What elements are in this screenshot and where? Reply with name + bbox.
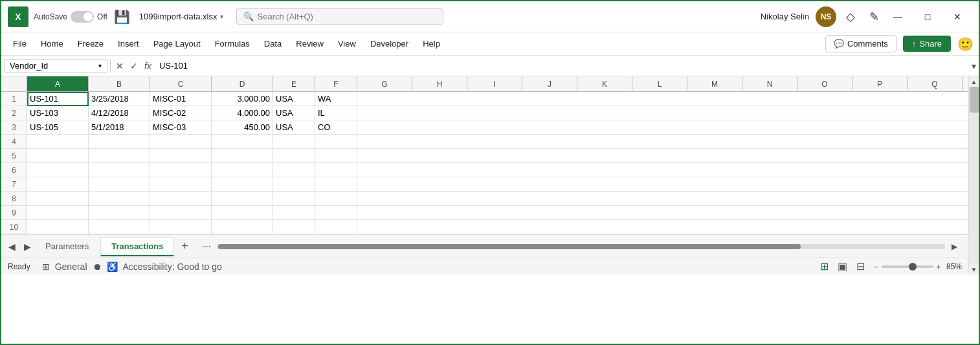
cell-b3[interactable]: 5/1/2018 [89, 120, 150, 135]
page-break-view-icon[interactable]: ⊟ [853, 259, 869, 274]
col-header-q[interactable]: Q [908, 76, 963, 91]
col-header-p[interactable]: P [852, 76, 908, 91]
cell-c5[interactable] [150, 149, 212, 163]
cell-b10[interactable] [89, 220, 150, 234]
cell-f1[interactable]: WA [315, 92, 357, 106]
vertical-scrollbar[interactable]: ▲ ▼ [968, 76, 979, 274]
cell-e9[interactable] [273, 206, 315, 220]
cell-a2[interactable]: US-103 [27, 106, 89, 120]
cell-g7-rest[interactable] [357, 177, 968, 192]
cell-e7[interactable] [273, 177, 315, 192]
cell-b1[interactable]: 3/25/2018 [89, 92, 150, 106]
cell-e5[interactable] [273, 149, 315, 163]
menu-insert[interactable]: Insert [111, 36, 146, 51]
menu-review[interactable]: Review [289, 36, 330, 51]
col-header-m[interactable]: M [687, 76, 742, 91]
cell-c2[interactable]: MISC-02 [150, 106, 212, 120]
cell-f3[interactable]: CO [315, 120, 357, 135]
tab-more-button[interactable]: ⋯ [199, 239, 214, 254]
col-header-a[interactable]: A [27, 76, 89, 91]
cancel-formula-icon[interactable]: ✕ [113, 60, 126, 72]
horizontal-scrollbar-thumb[interactable] [218, 244, 801, 249]
cell-b8[interactable] [89, 192, 150, 206]
cell-a10[interactable] [27, 220, 89, 234]
cell-f6[interactable] [315, 163, 357, 177]
col-header-e[interactable]: E [273, 76, 315, 91]
cell-c7[interactable] [150, 177, 212, 192]
cell-d2[interactable]: 4,000.00 [212, 106, 273, 120]
tab-nav-right[interactable]: ▶ [19, 239, 35, 254]
cell-g8-rest[interactable] [357, 192, 968, 206]
zoom-plus-button[interactable]: + [936, 262, 941, 272]
scroll-up-button[interactable]: ▲ [969, 76, 979, 87]
menu-help[interactable]: Help [416, 36, 447, 51]
col-header-l[interactable]: L [632, 76, 687, 91]
scroll-thumb[interactable] [970, 87, 979, 113]
cell-c3[interactable]: MISC-03 [150, 120, 212, 135]
cell-a8[interactable] [27, 192, 89, 206]
cell-g2-rest[interactable] [357, 106, 968, 120]
menu-data[interactable]: Data [258, 36, 288, 51]
autosave-toggle[interactable] [71, 11, 94, 23]
cell-g4-rest[interactable] [357, 135, 968, 149]
zoom-slider-thumb[interactable] [909, 263, 917, 271]
cell-c8[interactable] [150, 192, 212, 206]
cell-d4[interactable] [212, 135, 273, 149]
cell-e3[interactable]: USA [273, 120, 315, 135]
cell-a5[interactable] [27, 149, 89, 163]
formula-input[interactable] [155, 60, 969, 72]
scroll-track[interactable] [969, 87, 979, 264]
cell-a7[interactable] [27, 177, 89, 192]
col-header-h[interactable]: H [412, 76, 467, 91]
comments-button[interactable]: 💬 Comments [825, 35, 896, 52]
cell-d7[interactable] [212, 177, 273, 192]
cell-f2[interactable]: IL [315, 106, 357, 120]
cell-d10[interactable] [212, 220, 273, 234]
cell-d5[interactable] [212, 149, 273, 163]
menu-formulas[interactable]: Formulas [208, 36, 256, 51]
cell-e1[interactable]: USA [273, 92, 315, 106]
cell-e6[interactable] [273, 163, 315, 177]
tab-parameters[interactable]: Parameters [35, 238, 99, 255]
menu-freeze[interactable]: Freeze [71, 36, 110, 51]
cell-c10[interactable] [150, 220, 212, 234]
zoom-minus-button[interactable]: − [874, 262, 879, 272]
cell-a4[interactable] [27, 135, 89, 149]
cell-b9[interactable] [89, 206, 150, 220]
cell-d8[interactable] [212, 192, 273, 206]
emoji-button[interactable]: 🙂 [957, 36, 974, 52]
tab-transactions[interactable]: Transactions [100, 237, 174, 256]
cell-g3-rest[interactable] [357, 120, 968, 135]
cell-f9[interactable] [315, 206, 357, 220]
filename-area[interactable]: 1099import-data.xlsx ▾ [139, 12, 223, 21]
grid-view-icon[interactable]: ⊞ [817, 259, 832, 274]
col-header-k[interactable]: K [577, 76, 632, 91]
cell-f10[interactable] [315, 220, 357, 234]
cell-f5[interactable] [315, 149, 357, 163]
cell-e10[interactable] [273, 220, 315, 234]
cell-e2[interactable]: USA [273, 106, 315, 120]
cell-f4[interactable] [315, 135, 357, 149]
cell-g5-rest[interactable] [357, 149, 968, 163]
cell-e8[interactable] [273, 192, 315, 206]
cell-a9[interactable] [27, 206, 89, 220]
cell-c4[interactable] [150, 135, 212, 149]
cell-a1[interactable]: US-101 [27, 92, 89, 106]
horizontal-scrollbar[interactable] [217, 244, 945, 249]
cell-f7[interactable] [315, 177, 357, 192]
col-header-f[interactable]: F [315, 76, 357, 91]
cell-d1[interactable]: 3,000.00 [212, 92, 273, 106]
close-button[interactable]: ✕ [942, 6, 972, 27]
cell-d3[interactable]: 450.00 [212, 120, 273, 135]
cell-a3[interactable]: US-105 [27, 120, 89, 135]
menu-page-layout[interactable]: Page Layout [147, 36, 207, 51]
add-sheet-button[interactable]: + [175, 238, 194, 256]
search-box[interactable]: 🔍 [236, 8, 443, 25]
share-button[interactable]: ↑ Share [903, 36, 951, 52]
col-header-o[interactable]: O [797, 76, 852, 91]
confirm-formula-icon[interactable]: ✓ [128, 60, 140, 72]
pen-icon[interactable]: ✎ [865, 8, 883, 26]
cell-c1[interactable]: MISC-01 [150, 92, 212, 106]
cell-b2[interactable]: 4/12/2018 [89, 106, 150, 120]
scroll-right-button[interactable]: ▶ [948, 242, 961, 251]
